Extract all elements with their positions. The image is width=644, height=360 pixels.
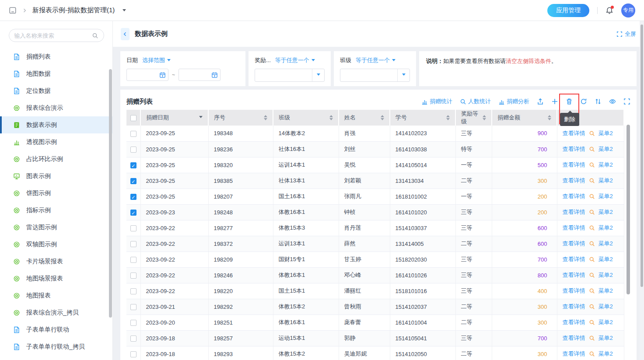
magnifier-icon[interactable] xyxy=(589,193,595,199)
notification-bell-icon[interactable] xyxy=(606,7,613,14)
sort-arrows-icon[interactable] xyxy=(483,113,486,122)
row-checkbox[interactable]: ✓ xyxy=(130,162,136,168)
fullscreen-button[interactable]: 全屏 xyxy=(616,30,636,38)
view-detail-link[interactable]: 查看详情 xyxy=(563,350,585,358)
delete-icon[interactable]: 删除 xyxy=(566,98,573,105)
magnifier-icon[interactable] xyxy=(589,130,595,136)
people-stats-link[interactable]: 人数统计 xyxy=(460,98,491,105)
magnifier-icon[interactable] xyxy=(589,225,595,231)
row-checkbox[interactable] xyxy=(130,304,136,310)
menu2-link[interactable]: 菜单2 xyxy=(598,255,613,263)
magnifier-icon[interactable] xyxy=(589,241,595,247)
title-caret-icon[interactable] xyxy=(122,9,126,13)
magnifier-icon[interactable] xyxy=(589,335,595,341)
sidebar-item[interactable]: 报表综合演示 xyxy=(0,99,112,116)
sidebar-item[interactable]: 卡片场景报表 xyxy=(0,253,112,270)
clear-filters-link[interactable]: 清空左侧筛选条件 xyxy=(506,58,551,64)
sidebar-item[interactable]: 地图数据 xyxy=(0,65,112,82)
sort-arrows-icon[interactable] xyxy=(264,113,267,122)
column-header[interactable]: 学号 xyxy=(390,110,455,126)
donation-stats-link[interactable]: 捐赠统计 xyxy=(421,98,452,105)
column-filter-caret-icon[interactable] xyxy=(199,116,203,120)
table-fullscreen-icon[interactable] xyxy=(623,98,630,105)
menu2-link[interactable]: 菜单2 xyxy=(598,177,613,185)
sidebar-item[interactable]: 透视图示例 xyxy=(0,133,112,150)
row-checkbox[interactable] xyxy=(130,257,136,263)
menu2-link[interactable]: 菜单2 xyxy=(598,129,613,137)
row-checkbox[interactable]: ✓ xyxy=(130,178,136,184)
calendar-icon[interactable] xyxy=(159,72,166,78)
class-operator-dropdown[interactable]: 等于任意一个 xyxy=(356,56,396,64)
window-icon[interactable] xyxy=(9,7,17,14)
sidebar-item[interactable]: 雷达图示例 xyxy=(0,219,112,236)
calendar-icon[interactable] xyxy=(211,72,218,78)
column-header[interactable]: 捐赠金额 xyxy=(492,110,557,126)
sidebar-item[interactable]: 子表单单行联动_拷贝 xyxy=(0,338,112,355)
sort-arrows-icon[interactable] xyxy=(548,113,551,122)
magnifier-icon[interactable] xyxy=(589,288,595,294)
row-checkbox[interactable] xyxy=(130,225,136,231)
sidebar-item[interactable]: 饼图示例 xyxy=(0,185,112,202)
magnifier-icon[interactable] xyxy=(589,256,595,262)
sidebar-item[interactable]: 报表综合演示_拷贝 xyxy=(0,304,112,321)
sort-arrows-icon[interactable] xyxy=(446,113,450,122)
sort-arrows-icon[interactable] xyxy=(381,113,384,122)
magnifier-icon[interactable] xyxy=(589,162,595,168)
sidebar-scrollbar[interactable] xyxy=(109,69,112,318)
app-manage-button[interactable]: 应用管理 xyxy=(547,4,589,17)
menu2-link[interactable]: 菜单2 xyxy=(598,145,613,153)
view-detail-link[interactable]: 查看详情 xyxy=(563,287,585,295)
sidebar-item[interactable]: 图表示例 xyxy=(0,168,112,185)
reward-operator-dropdown[interactable]: 等于任意一个 xyxy=(275,56,315,64)
sidebar-item[interactable]: 数据表示例 xyxy=(0,116,112,133)
magnifier-icon[interactable] xyxy=(589,319,595,325)
column-header[interactable]: 奖励等级 xyxy=(455,110,492,126)
select-caret-zone[interactable] xyxy=(312,69,324,81)
page-scrollbar[interactable] xyxy=(640,24,643,287)
column-header[interactable]: 序号 xyxy=(208,110,273,126)
magnifier-icon[interactable] xyxy=(589,272,595,278)
row-checkbox[interactable] xyxy=(130,320,136,326)
sidebar-item[interactable]: 地图场景报表 xyxy=(0,270,112,287)
magnifier-icon[interactable] xyxy=(589,304,595,310)
row-checkbox[interactable] xyxy=(130,273,136,279)
menu2-link[interactable]: 菜单2 xyxy=(598,287,613,295)
row-checkbox[interactable]: ✓ xyxy=(130,210,136,216)
sidebar-item[interactable]: 捐赠列表 xyxy=(0,48,112,65)
view-detail-link[interactable]: 查看详情 xyxy=(563,224,585,232)
sort-arrows-icon[interactable] xyxy=(329,113,333,122)
sidebar-item[interactable]: 定位数据 xyxy=(0,82,112,99)
class-select[interactable] xyxy=(340,69,410,82)
date-start-input[interactable] xyxy=(127,72,159,78)
view-detail-link[interactable]: 查看详情 xyxy=(563,240,585,248)
menu2-link[interactable]: 菜单2 xyxy=(598,224,613,232)
row-checkbox[interactable] xyxy=(130,147,136,153)
search-icon[interactable] xyxy=(92,32,98,39)
refresh-icon[interactable] xyxy=(580,98,587,105)
sidebar-item[interactable]: 地图报表 xyxy=(0,287,112,304)
menu2-link[interactable]: 菜单2 xyxy=(598,240,613,248)
column-header[interactable]: 捐赠日期 xyxy=(140,110,208,126)
magnifier-icon[interactable] xyxy=(589,146,595,152)
menu2-link[interactable]: 菜单2 xyxy=(598,318,613,326)
magnifier-icon[interactable] xyxy=(589,351,595,357)
avatar[interactable]: 专用 xyxy=(621,3,635,17)
menu2-link[interactable]: 菜单2 xyxy=(598,334,613,342)
app-title[interactable]: 新报表示例-捐款数据管理(1) xyxy=(32,6,115,14)
menu2-link[interactable]: 菜单2 xyxy=(598,271,613,279)
back-button[interactable] xyxy=(121,28,130,40)
date-operator-dropdown[interactable]: 选择范围 xyxy=(142,56,171,64)
view-detail-link[interactable]: 查看详情 xyxy=(563,161,585,169)
donation-analysis-link[interactable]: 捐赠分析 xyxy=(498,98,529,105)
date-end-input[interactable] xyxy=(179,72,211,78)
view-detail-link[interactable]: 查看详情 xyxy=(563,192,585,200)
add-icon[interactable] xyxy=(551,98,558,105)
select-all-checkbox[interactable] xyxy=(130,115,136,121)
view-detail-link[interactable]: 查看详情 xyxy=(563,208,585,216)
sidebar-item[interactable]: 占比环比示例 xyxy=(0,150,112,168)
reward-select[interactable] xyxy=(255,69,325,82)
row-checkbox[interactable] xyxy=(130,351,136,357)
sidebar-item[interactable]: 子表单单行联动 xyxy=(0,321,112,338)
row-checkbox[interactable] xyxy=(130,336,136,342)
row-checkbox[interactable] xyxy=(130,241,136,247)
